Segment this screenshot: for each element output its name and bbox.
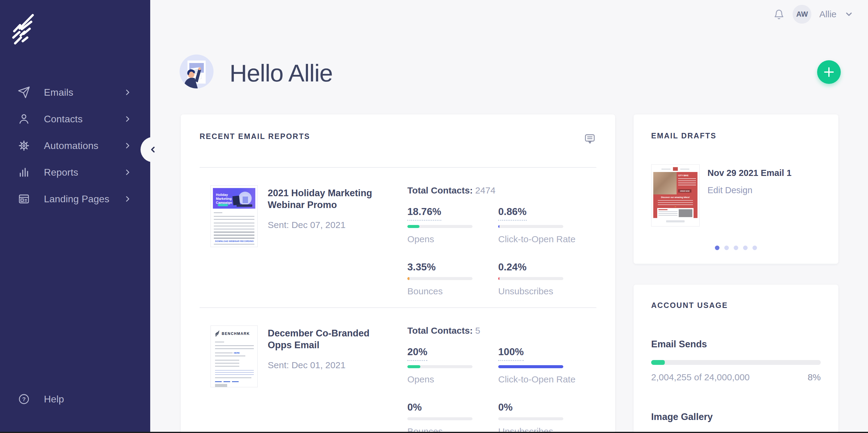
email-sends-percent: 8% <box>808 372 821 382</box>
sidebar-item-landing-pages[interactable]: Landing Pages <box>0 186 150 212</box>
chevron-right-icon <box>124 115 131 123</box>
stat-bar <box>407 365 472 368</box>
stat-label: Click-to-Open Rate <box>498 374 596 384</box>
hero-title: CITY BIKE <box>678 175 696 177</box>
notifications-bell-icon[interactable] <box>773 8 785 20</box>
benchmark-thumb-logo: BENCHMARK <box>215 331 250 337</box>
sidebar-item-automations[interactable]: Automations <box>0 132 150 159</box>
stat-value[interactable]: 100% <box>498 346 524 361</box>
stat-opens: 18.76% Opens <box>407 206 498 244</box>
image-gallery-label: Image Gallery <box>651 411 821 423</box>
sidebar-item-emails[interactable]: Emails <box>0 79 150 106</box>
chevron-right-icon <box>124 142 131 150</box>
stat-click-to-open: 0.86% Click-to-Open Rate <box>498 206 596 244</box>
create-new-button[interactable] <box>817 60 841 84</box>
email-sent-date: Sent: Dec 01, 2021 <box>268 360 389 370</box>
hero-button: ORDER NOW <box>678 189 691 193</box>
text-lines-placeholder <box>214 231 254 239</box>
chevron-down-icon[interactable] <box>844 10 854 19</box>
text-lines-placeholder <box>215 345 254 349</box>
stat-value[interactable]: 18.76% <box>407 206 441 221</box>
sidebar-item-contacts[interactable]: Contacts <box>0 106 150 132</box>
carousel-dot[interactable] <box>743 246 748 250</box>
chevron-right-icon <box>124 168 131 176</box>
footer-links-placeholder <box>215 381 239 382</box>
svg-text:?: ? <box>22 396 26 402</box>
carousel-dot[interactable] <box>753 246 757 250</box>
stat-label: Click-to-Open Rate <box>498 234 596 244</box>
stat-label: Opens <box>407 234 498 244</box>
sidebar-item-help[interactable]: ? Help <box>0 386 150 412</box>
stat-bar <box>498 417 563 420</box>
usage-card-title: ACCOUNT USAGE <box>651 301 821 310</box>
stat-value: 0.24% <box>498 261 527 273</box>
email-report-row: Holiday Marketing Campaign DOWNLOAD WEBI… <box>199 168 596 307</box>
stat-bar-fill <box>407 225 420 228</box>
base-shape <box>237 205 252 207</box>
bike-shop-logo <box>673 167 678 171</box>
text-lines-placeholder <box>215 360 239 367</box>
stat-bar-fill <box>498 365 563 368</box>
sidebar-item-label: Help <box>44 394 64 405</box>
page-title: Hello Allie <box>229 59 333 87</box>
thumbnail-link-text: HERE <box>234 352 240 354</box>
topbar: AW Allie <box>773 4 854 25</box>
email-thumbnail[interactable]: BENCHMARK HERE <box>211 326 258 387</box>
help-icon: ? <box>17 393 31 406</box>
bag-shape <box>232 195 240 205</box>
stat-value[interactable]: 20% <box>407 346 427 361</box>
greeting-avatar-illustration <box>180 55 214 88</box>
text-lines-placeholder <box>214 212 222 214</box>
stat-label: Bounces <box>407 286 498 297</box>
email-thumbnail[interactable]: Holiday Marketing Campaign DOWNLOAD WEBI… <box>211 185 258 247</box>
sidebar-item-reports[interactable]: Reports <box>0 159 150 186</box>
stat-label: Unsubscribes <box>498 286 596 297</box>
chevron-right-icon <box>124 195 131 203</box>
stat-bar <box>498 277 563 280</box>
benchmark-logo[interactable] <box>12 14 36 47</box>
chevron-left-icon <box>149 145 158 154</box>
email-report-title[interactable]: December Co-Branded Opps Email <box>268 327 389 351</box>
sidebar-collapse-toggle[interactable] <box>141 137 166 162</box>
email-report-title[interactable]: 2021 Holiday Marketing Webinar Promo <box>268 187 389 211</box>
text-lines-placeholder <box>678 178 696 186</box>
stat-value[interactable]: 0.86% <box>498 206 527 221</box>
email-sends-bar-fill <box>651 360 665 365</box>
stat-bounces: 0% Bounces <box>407 402 498 433</box>
carousel-dot[interactable] <box>715 246 720 250</box>
footer-logo-placeholder <box>215 384 227 387</box>
carousel-dot[interactable] <box>734 246 738 250</box>
text-lines-placeholder <box>215 342 224 343</box>
red-section: Discover our amazing bikes! ⌄ <box>653 194 698 218</box>
inner-card-photo <box>679 209 692 217</box>
window-bottom-edge <box>0 432 868 433</box>
stat-bar-fill <box>498 225 499 228</box>
stat-bounces: 3.35% Bounces <box>407 261 498 297</box>
hero-panel: CITY BIKE ORDER NOW <box>677 172 698 194</box>
text-lines-placeholder <box>214 222 254 230</box>
stat-label: Opens <box>407 374 498 384</box>
thumbnail-button-shape <box>218 204 228 206</box>
thumbnail-banner: Holiday Marketing Campaign <box>213 188 255 209</box>
stat-unsubscribes: 0.24% Unsubscribes <box>498 261 596 297</box>
inner-card-title-bar <box>658 209 668 210</box>
total-contacts-label: Total Contacts: <box>407 185 473 195</box>
text-lines-placeholder <box>214 216 254 220</box>
section-heading: Discover our amazing bikes! <box>653 196 698 198</box>
carousel-dot[interactable] <box>724 246 729 250</box>
draft-thumbnail[interactable]: CITY BIKE ORDER NOW Discover our amazing… <box>651 164 700 226</box>
text-lines-placeholder <box>215 355 245 357</box>
email-sends-usage: 2,004,255 of 24,000,000 <box>651 372 750 382</box>
stat-value: 0% <box>407 402 422 413</box>
thumbnail-link-text: DOWNLOAD WEBINAR RECORDING <box>215 240 254 242</box>
stat-bar-fill <box>407 277 409 280</box>
sidebar-item-label: Emails <box>44 87 73 98</box>
feedback-chat-icon[interactable] <box>583 132 596 147</box>
stat-opens: 20% Opens <box>407 346 498 384</box>
user-avatar[interactable]: AW <box>793 5 811 24</box>
user-menu-name[interactable]: Allie <box>819 9 837 20</box>
double-chevron-icon: ⌄ <box>653 205 698 208</box>
edit-design-link[interactable]: Edit Design <box>708 185 752 195</box>
sidebar-item-label: Landing Pages <box>44 193 109 205</box>
stat-value: 3.35% <box>407 261 436 273</box>
